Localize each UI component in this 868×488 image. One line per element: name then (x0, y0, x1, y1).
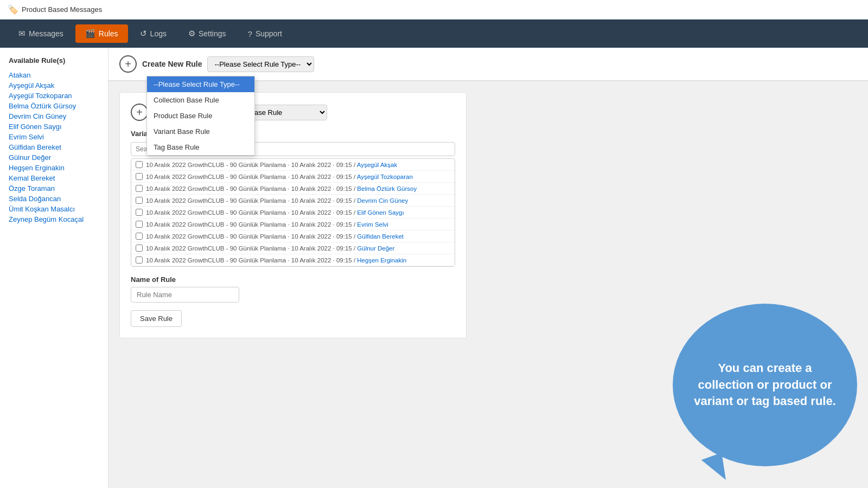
variant-row: 10 Aralık 2022 GrowthCLUB - 90 Günlük Pl… (131, 242, 455, 254)
variant-row: 10 Aralık 2022 GrowthCLUB - 90 Günlük Pl… (131, 183, 455, 195)
nav-logs-label: Logs (150, 29, 167, 38)
sidebar-item[interactable]: Ayşegül Tozkoparan (9, 91, 99, 101)
dropdown-item-tag[interactable]: Tag Base Rule (147, 139, 254, 155)
sidebar: Available Rule(s) AtakanAyşegül AkşakAyş… (0, 48, 108, 488)
rules-icon: 🎬 (85, 29, 95, 38)
variant-row: 10 Aralık 2022 GrowthCLUB - 90 Günlük Pl… (131, 207, 455, 219)
variant-label: 10 Aralık 2022 GrowthCLUB - 90 Günlük Pl… (146, 185, 417, 192)
nav-support[interactable]: ? Support (238, 25, 292, 43)
variant-row: 10 Aralık 2022 GrowthCLUB - 90 Günlük Pl… (131, 159, 455, 171)
variant-row: 10 Aralık 2022 GrowthCLUB - 90 Günlük Pl… (131, 195, 455, 207)
sidebar-item[interactable]: Gülfidan Bereket (9, 142, 99, 152)
variant-label: 10 Aralık 2022 GrowthCLUB - 90 Günlük Pl… (146, 221, 388, 228)
sidebar-item[interactable]: Atakan (9, 70, 99, 80)
name-rule-section: Name of Rule (131, 275, 455, 303)
dropdown-item-variant[interactable]: Variant Base Rule (147, 124, 254, 139)
sidebar-item[interactable]: Kemal Bereket (9, 173, 99, 183)
sidebar-item[interactable]: Elif Gönen Saygı (9, 121, 99, 132)
variant-checkbox[interactable] (136, 173, 143, 180)
variant-row: 10 Aralık 2022 GrowthCLUB - 90 Günlük Pl… (131, 266, 455, 267)
sidebar-item[interactable]: Ayşegül Akşak (9, 80, 99, 91)
dropdown-item-collection[interactable]: Collection Base Rule (147, 92, 254, 108)
nav-bar: ✉ Messages 🎬 Rules ↺ Logs ⚙ Settings ? S… (0, 20, 868, 48)
variant-checkbox[interactable] (136, 185, 143, 192)
sidebar-item[interactable]: Devrim Cin Güney (9, 111, 99, 121)
variant-label: 10 Aralık 2022 GrowthCLUB - 90 Günlük Pl… (146, 209, 404, 216)
app-title: Product Based Messages (22, 5, 102, 14)
variant-checkbox[interactable] (136, 209, 143, 216)
variant-checkbox[interactable] (136, 245, 143, 252)
create-rule-bar: + Create New Rule --Please Select Rule T… (108, 48, 868, 81)
sidebar-item[interactable]: Belma Öztürk Gürsoy (9, 101, 99, 111)
sidebar-item[interactable]: Gülnur Değer (9, 152, 99, 163)
variant-checkbox[interactable] (136, 233, 143, 240)
nav-messages-label: Messages (29, 29, 63, 38)
nav-settings[interactable]: ⚙ Settings (178, 24, 236, 43)
speech-bubble: You can create a collection or product o… (662, 304, 868, 488)
right-panel: + Create New Rule --Please Select Rule T… (108, 48, 868, 488)
app-icon: 🏷️ (8, 4, 18, 15)
dropdown-item-please-select[interactable]: --Please Select Rule Type-- (147, 76, 254, 92)
rule-name-input[interactable] (131, 287, 239, 303)
save-rule-button[interactable]: Save Rule (131, 310, 182, 327)
sidebar-item[interactable]: Özge Toraman (9, 183, 99, 194)
variant-checkbox[interactable] (136, 221, 143, 228)
create-rule-circle-button[interactable]: + (119, 55, 137, 73)
variant-row: 10 Aralık 2022 GrowthCLUB - 90 Günlük Pl… (131, 219, 455, 230)
support-icon: ? (248, 29, 252, 38)
nav-rules[interactable]: 🎬 Rules (75, 24, 128, 43)
variant-checkbox[interactable] (136, 256, 143, 264)
sidebar-item[interactable]: Zeynep Begüm Kocaçal (9, 214, 99, 224)
sidebar-header: Available Rule(s) (9, 56, 99, 65)
main-content: Available Rule(s) AtakanAyşegül AkşakAyş… (0, 48, 868, 488)
dropdown-item-product[interactable]: Product Base Rule (147, 108, 254, 124)
create-rule-label: Create New Rule (142, 60, 202, 68)
rule-card-create-button[interactable]: + (131, 104, 148, 121)
logs-icon: ↺ (140, 29, 147, 38)
variant-row: 10 Aralık 2022 GrowthCLUB - 90 Günlük Pl… (131, 254, 455, 266)
variant-label: 10 Aralık 2022 GrowthCLUB - 90 Günlük Pl… (146, 233, 404, 240)
sidebar-item[interactable]: Hegşen Erginakin (9, 163, 99, 173)
variant-label: 10 Aralık 2022 GrowthCLUB - 90 Günlük Pl… (146, 245, 394, 252)
variant-row: 10 Aralık 2022 GrowthCLUB - 90 Günlük Pl… (131, 171, 455, 183)
sidebar-items-list: AtakanAyşegül AkşakAyşegül TozkoparanBel… (9, 70, 99, 224)
nav-settings-label: Settings (199, 29, 226, 38)
rule-type-dropdown: --Please Select Rule Type-- Collection B… (146, 76, 255, 156)
variant-label: 10 Aralık 2022 GrowthCLUB - 90 Günlük Pl… (146, 257, 406, 264)
variant-row: 10 Aralık 2022 GrowthCLUB - 90 Günlük Pl… (131, 230, 455, 242)
variant-label: 10 Aralık 2022 GrowthCLUB - 90 Günlük Pl… (146, 197, 408, 204)
variant-label: 10 Aralık 2022 GrowthCLUB - 90 Günlük Pl… (146, 174, 413, 180)
sidebar-item[interactable]: Evrim Selvi (9, 132, 99, 142)
app-title-bar: 🏷️ Product Based Messages (8, 4, 102, 15)
nav-logs[interactable]: ↺ Logs (130, 24, 176, 43)
variant-label: 10 Aralık 2022 GrowthCLUB - 90 Günlük Pl… (146, 162, 397, 168)
name-rule-label: Name of Rule (131, 275, 455, 284)
nav-rules-label: Rules (99, 29, 118, 38)
nav-messages[interactable]: ✉ Messages (9, 24, 73, 43)
nav-support-label: Support (256, 29, 282, 38)
top-bar: 🏷️ Product Based Messages (0, 0, 868, 20)
rule-type-select-top[interactable]: --Please Select Rule Type-- Collection B… (207, 56, 314, 72)
sidebar-item[interactable]: Selda Doğancan (9, 194, 99, 204)
variant-checkbox[interactable] (136, 161, 143, 168)
variant-list: 10 Aralık 2022 GrowthCLUB - 90 Günlük Pl… (131, 158, 455, 267)
bubble-text: You can create a collection or product o… (689, 360, 841, 410)
messages-icon: ✉ (18, 29, 25, 38)
bubble-circle: You can create a collection or product o… (673, 304, 857, 466)
variant-checkbox[interactable] (136, 197, 143, 204)
sidebar-item[interactable]: Ümit Koşkan Masalcı (9, 204, 99, 214)
settings-icon: ⚙ (188, 29, 195, 38)
